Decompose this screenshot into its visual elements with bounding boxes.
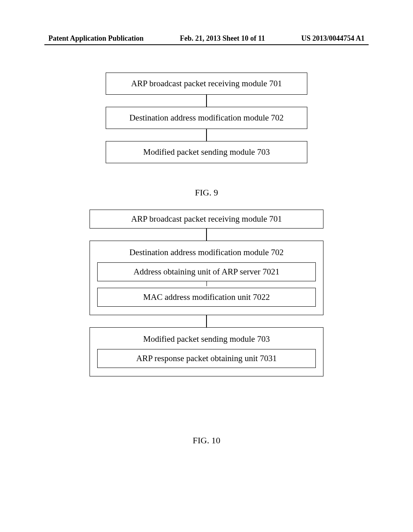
fig9-module-702-label: Destination address modification module … xyxy=(129,113,284,123)
fig10-unit-7021: Address obtaining unit of ARP server 702… xyxy=(97,262,316,281)
connector xyxy=(206,315,207,327)
connector xyxy=(206,95,207,107)
connector xyxy=(206,229,207,241)
figure-9-caption: FIG. 9 xyxy=(0,187,413,198)
fig10-unit-7022-label: MAC address modification unit 7022 xyxy=(143,292,270,302)
fig9-module-703-label: Modified packet sending module 703 xyxy=(143,147,270,157)
fig10-unit-7022: MAC address modification unit 7022 xyxy=(97,288,316,307)
fig10-unit-7031: ARP response packet obtaining unit 7031 xyxy=(97,349,316,368)
figure-10: ARP broadcast packet receiving module 70… xyxy=(90,210,323,376)
fig10-module-701-label: ARP broadcast packet receiving module 70… xyxy=(131,214,282,224)
fig9-module-702: Destination address modification module … xyxy=(106,107,307,129)
connector xyxy=(206,129,207,141)
fig9-module-701: ARP broadcast packet receiving module 70… xyxy=(106,73,307,95)
header-sheet-info: Feb. 21, 2013 Sheet 10 of 11 xyxy=(180,34,265,43)
fig9-module-703: Modified packet sending module 703 xyxy=(106,141,307,163)
figure-10-caption: FIG. 10 xyxy=(0,435,413,446)
fig10-module-702-title: Destination address modification module … xyxy=(97,247,316,258)
inner-connector xyxy=(206,281,207,286)
fig10-module-703-title: Modified packet sending module 703 xyxy=(97,334,316,344)
fig10-module-703: Modified packet sending module 703 ARP r… xyxy=(90,327,323,376)
figure-9: ARP broadcast packet receiving module 70… xyxy=(106,73,307,163)
page-header: Patent Application Publication Feb. 21, … xyxy=(0,34,413,43)
fig10-module-702: Destination address modification module … xyxy=(90,241,323,315)
fig10-unit-7031-label: ARP response packet obtaining unit 7031 xyxy=(136,353,277,363)
fig10-unit-7021-label: Address obtaining unit of ARP server 702… xyxy=(133,267,280,276)
header-publication: Patent Application Publication xyxy=(48,34,144,43)
header-divider xyxy=(44,44,369,45)
fig10-module-701: ARP broadcast packet receiving module 70… xyxy=(90,210,323,229)
fig9-module-701-label: ARP broadcast packet receiving module 70… xyxy=(131,79,282,89)
header-patent-number: US 2013/0044754 A1 xyxy=(301,34,365,43)
